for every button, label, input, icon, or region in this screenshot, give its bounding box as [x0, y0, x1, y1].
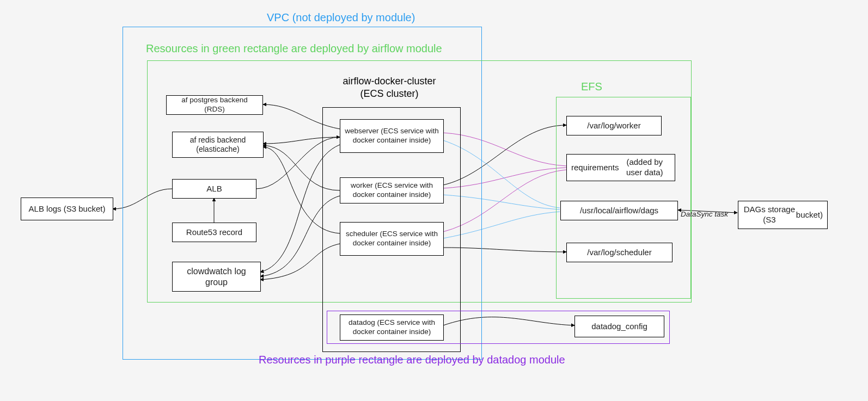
node-efs-worker-log-text: /var/log/worker: [587, 121, 640, 131]
node-cloudwatch: clowdwatch log group: [172, 262, 261, 292]
node-cloudwatch-text: clowdwatch log group: [177, 266, 256, 288]
node-rds: af postgres backend (RDS): [166, 95, 263, 115]
node-redis-text: af redis backend (elasticache): [177, 135, 259, 155]
node-alb: ALB: [172, 179, 256, 199]
node-efs-requirements-l2: (added by user data): [619, 157, 670, 178]
node-datadog: datadog (ECS service with docker contain…: [340, 314, 444, 341]
ecs-cluster-title-line1: airflow-docker-cluster: [343, 76, 436, 87]
node-route53: Route53 record: [172, 223, 256, 242]
node-efs-requirements-l1: requirements: [571, 163, 619, 173]
node-route53-text: Route53 record: [186, 227, 242, 238]
node-webserver: webserver (ECS service with docker conta…: [340, 119, 444, 153]
node-efs-scheduler-log-text: /var/log/scheduler: [587, 248, 651, 258]
node-scheduler: scheduler (ECS service with docker conta…: [340, 222, 444, 256]
ecs-cluster-title-line2: (ECS cluster): [360, 88, 418, 99]
node-datadog-text: datadog (ECS service with docker contain…: [345, 318, 439, 337]
node-scheduler-text: scheduler (ECS service with docker conta…: [345, 230, 439, 248]
efs-title: EFS: [581, 81, 602, 93]
node-datadog-config: datadog_config: [574, 316, 664, 337]
node-webserver-text: webserver (ECS service with docker conta…: [345, 127, 439, 145]
node-worker-text: worker (ECS service with docker containe…: [345, 181, 439, 200]
node-efs-worker-log: /var/log/worker: [566, 116, 662, 135]
node-alb-logs: ALB logs (S3 bucket): [21, 198, 113, 220]
node-datadog-config-text: datadog_config: [591, 322, 647, 332]
node-efs-dags-text: /usr/local/airflow/dags: [580, 206, 658, 216]
ecs-cluster-title: airflow-docker-cluster (ECS cluster): [321, 75, 457, 101]
node-alb-logs-text: ALB logs (S3 bucket): [29, 204, 106, 214]
node-efs-requirements: requirements (added by user data): [566, 154, 675, 181]
vpc-title: VPC (not deployed by module): [267, 11, 415, 24]
node-dags-s3-l2: bucket): [796, 210, 823, 220]
node-rds-text: af postgres backend (RDS): [171, 96, 258, 114]
purple-title: Resources in purple rectangle are deploy…: [259, 354, 565, 366]
node-efs-scheduler-log: /var/log/scheduler: [566, 243, 673, 262]
node-redis: af redis backend (elasticache): [172, 132, 264, 158]
green-title: Resources in green rectangle are deploye…: [146, 42, 442, 55]
node-dags-s3-l1: DAGs storage (S3: [743, 205, 796, 225]
node-worker: worker (ECS service with docker containe…: [340, 177, 444, 203]
node-alb-text: ALB: [206, 184, 222, 194]
node-efs-dags: /usr/local/airflow/dags: [560, 201, 678, 220]
node-dags-s3: DAGs storage (S3 bucket): [738, 201, 828, 229]
edge-datasync-label: DataSync task: [681, 210, 728, 218]
